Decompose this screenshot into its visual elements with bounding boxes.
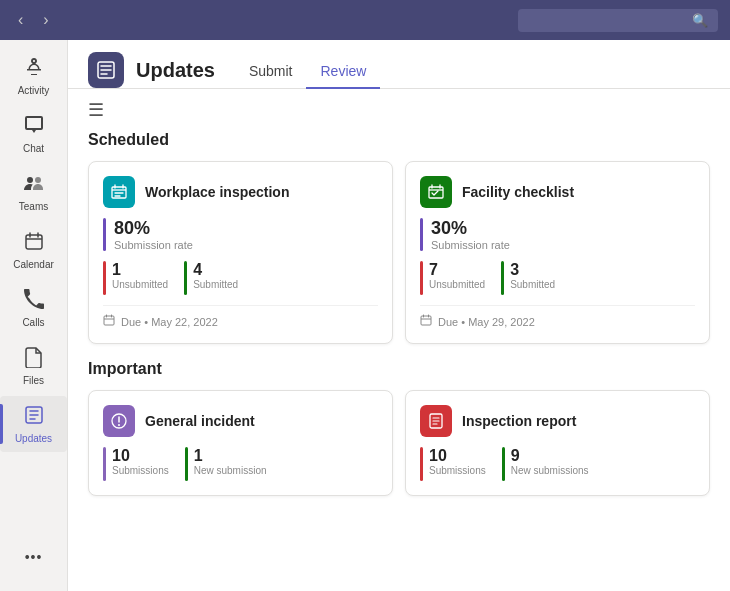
activity-icon	[23, 56, 45, 83]
header-tabs: Submit Review	[235, 53, 380, 88]
page-title: Updates	[136, 59, 215, 82]
general-submissions-stat: 10 Submissions	[103, 447, 169, 481]
workplace-due-text: Due • May 22, 2022	[121, 316, 218, 328]
sidebar-item-activity[interactable]: Activity	[0, 48, 67, 104]
updates-icon	[23, 404, 45, 431]
inspection-card-title: Inspection report	[462, 413, 576, 429]
search-icon: 🔍	[692, 13, 708, 28]
facility-unsubmitted-stat: 7 Unsubmitted	[420, 261, 485, 295]
sidebar-item-files[interactable]: Files	[0, 338, 67, 394]
sidebar-item-calls-label: Calls	[22, 317, 44, 328]
important-section: Important General incident 10	[68, 360, 730, 512]
sidebar-item-calendar[interactable]: Calendar	[0, 222, 67, 278]
menu-bar: ☰	[68, 89, 730, 131]
sidebar-item-updates[interactable]: Updates	[0, 396, 67, 452]
hamburger-icon[interactable]: ☰	[88, 100, 104, 120]
workplace-submitted-bar	[184, 261, 187, 295]
svg-point-1	[35, 177, 41, 183]
tab-submit[interactable]: Submit	[235, 53, 307, 89]
sidebar-item-calendar-label: Calendar	[13, 259, 54, 270]
general-incident-card: General incident 10 Submissions	[88, 390, 393, 496]
svg-rect-8	[421, 316, 431, 325]
calendar-nav-icon	[23, 230, 45, 257]
sidebar-more-button[interactable]: •••	[0, 541, 67, 575]
general-new-number: 1	[194, 447, 267, 465]
svg-point-10	[118, 424, 120, 426]
general-new-label: New submission	[194, 465, 267, 476]
search-bar[interactable]: 🔍	[518, 9, 718, 32]
general-stats-row: 10 Submissions 1 New submission	[103, 447, 378, 481]
facility-unsubmitted-bar	[420, 261, 423, 295]
workplace-unsubmitted-stat: 1 Unsubmitted	[103, 261, 168, 295]
facility-card-header: Facility checklist	[420, 176, 695, 208]
content-header: Updates Submit Review	[68, 40, 730, 89]
workplace-rate-row: 80% Submission rate	[103, 218, 378, 251]
workplace-submitted-label: Submitted	[193, 279, 238, 290]
workplace-submitted-stat: 4 Submitted	[184, 261, 238, 295]
facility-card: Facility checklist 30% Submission rate	[405, 161, 710, 344]
sidebar-item-files-label: Files	[23, 375, 44, 386]
facility-unsubmitted-number: 7	[429, 261, 485, 279]
workplace-unsubmitted-number: 1	[112, 261, 168, 279]
forward-button[interactable]: ›	[37, 9, 54, 31]
facility-due-date: Due • May 29, 2022	[420, 305, 695, 329]
workplace-unsubmitted-bar	[103, 261, 106, 295]
sidebar-item-chat[interactable]: Chat	[0, 106, 67, 162]
workplace-rate-label: Submission rate	[114, 239, 193, 251]
inspection-card-icon	[420, 405, 452, 437]
workplace-rate-bar	[103, 218, 106, 251]
workplace-due-date: Due • May 22, 2022	[103, 305, 378, 329]
nav-buttons: ‹ ›	[12, 9, 55, 31]
back-button[interactable]: ‹	[12, 9, 29, 31]
inspection-report-card: Inspection report 10 Submissions	[405, 390, 710, 496]
important-title: Important	[88, 360, 710, 378]
general-card-title: General incident	[145, 413, 255, 429]
general-submissions-bar	[103, 447, 106, 481]
facility-submitted-label: Submitted	[510, 279, 555, 290]
inspection-submissions-stat: 10 Submissions	[420, 447, 486, 481]
general-submissions-label: Submissions	[112, 465, 169, 476]
top-bar: ‹ › 🔍	[0, 0, 730, 40]
facility-submitted-number: 3	[510, 261, 555, 279]
main-layout: Activity Chat Teams Calendar	[0, 40, 730, 591]
workplace-card-header: Workplace inspection	[103, 176, 378, 208]
inspection-new-label: New submissions	[511, 465, 589, 476]
inspection-submissions-label: Submissions	[429, 465, 486, 476]
more-icon: •••	[25, 549, 43, 565]
workplace-card-title: Workplace inspection	[145, 184, 289, 200]
sidebar-item-updates-label: Updates	[15, 433, 52, 444]
workplace-submitted-number: 4	[193, 261, 238, 279]
workplace-unsubmitted-label: Unsubmitted	[112, 279, 168, 290]
facility-rate-row: 30% Submission rate	[420, 218, 695, 251]
facility-stats-row: 7 Unsubmitted 3 Submitted	[420, 261, 695, 295]
teams-icon	[23, 172, 45, 199]
inspection-new-stat: 9 New submissions	[502, 447, 589, 481]
sidebar-item-teams-label: Teams	[19, 201, 48, 212]
general-submissions-number: 10	[112, 447, 169, 465]
tab-review[interactable]: Review	[306, 53, 380, 89]
facility-submitted-bar	[501, 261, 504, 295]
sidebar-item-teams[interactable]: Teams	[0, 164, 67, 220]
facility-unsubmitted-label: Unsubmitted	[429, 279, 485, 290]
workplace-card: Workplace inspection 80% Submission rate	[88, 161, 393, 344]
facility-calendar-icon	[420, 314, 432, 329]
facility-rate-label: Submission rate	[431, 239, 510, 251]
inspection-new-number: 9	[511, 447, 589, 465]
chat-icon	[23, 114, 45, 141]
inspection-submissions-number: 10	[429, 447, 486, 465]
search-input[interactable]	[528, 13, 692, 28]
scheduled-cards-grid: Workplace inspection 80% Submission rate	[88, 161, 710, 344]
sidebar-item-activity-label: Activity	[18, 85, 50, 96]
files-icon	[23, 346, 45, 373]
inspection-submissions-bar	[420, 447, 423, 481]
facility-rate-percent: 30%	[431, 218, 510, 239]
inspection-card-header: Inspection report	[420, 405, 695, 437]
workplace-rate-percent: 80%	[114, 218, 193, 239]
content-area: Updates Submit Review ☰ Scheduled Wo	[68, 40, 730, 591]
app-icon	[88, 52, 124, 88]
sidebar-item-calls[interactable]: Calls	[0, 280, 67, 336]
general-new-bar	[185, 447, 188, 481]
important-cards-grid: General incident 10 Submissions	[88, 390, 710, 496]
facility-due-text: Due • May 29, 2022	[438, 316, 535, 328]
inspection-new-bar	[502, 447, 505, 481]
